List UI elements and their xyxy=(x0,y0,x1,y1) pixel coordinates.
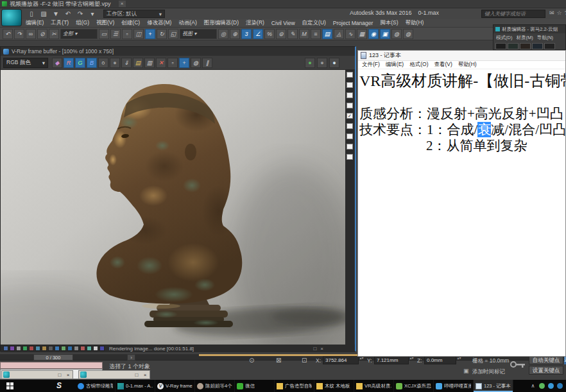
spinner-snap-icon[interactable]: ⊚ xyxy=(276,29,286,39)
copy-to-clipboard-icon[interactable]: ▥ xyxy=(144,58,155,68)
z-coordinate-field[interactable]: 0.0mm xyxy=(424,356,456,364)
checkbox[interactable] xyxy=(347,133,353,139)
redo-scene-icon[interactable]: ↷ xyxy=(14,29,24,39)
maximize-icon[interactable]: □ xyxy=(133,372,140,378)
menu-item[interactable]: 动画(A) xyxy=(178,19,196,27)
material-sample-slot[interactable] xyxy=(532,43,543,49)
use-pivot-center-icon[interactable]: ◎ xyxy=(218,29,228,39)
maxscript-mini-listener-pink[interactable] xyxy=(0,362,103,369)
open-file-icon[interactable]: ▨ xyxy=(39,10,48,17)
taskbar-item-3dsmax[interactable]: 0-1.max - A... xyxy=(116,380,155,392)
menu-item[interactable]: Civil View xyxy=(271,20,295,26)
material-editor-titlebar[interactable]: 材质编辑器 - 斑马2.2-云烟 xyxy=(493,25,565,33)
video-bar-close-button[interactable]: × xyxy=(119,1,126,7)
blue-channel-icon[interactable]: B xyxy=(87,58,97,68)
checkbox[interactable] xyxy=(347,103,353,108)
taskbar-item-live[interactable]: 哔哩哔哩直播... xyxy=(434,380,474,392)
select-and-move-icon[interactable]: + xyxy=(145,29,155,39)
checkbox[interactable] xyxy=(347,144,353,149)
z-spinner[interactable]: ▴▾ xyxy=(457,356,461,364)
load-image-icon[interactable]: ▤ xyxy=(133,58,143,68)
taskbar-item-chat[interactable]: 陈姐姐等4个... xyxy=(195,380,235,392)
communication-center-icon[interactable]: ✉ xyxy=(549,10,554,16)
tray-expand-icon[interactable]: ∧ xyxy=(530,383,536,389)
checkbox[interactable] xyxy=(347,82,353,88)
schematic-view-icon[interactable]: ▦ xyxy=(357,29,367,39)
menu-item[interactable]: 自定义(U) xyxy=(302,19,326,27)
monochrome-icon[interactable]: ● xyxy=(110,58,120,68)
vfb-titlebar[interactable]: V-Ray frame buffer - [100% of 1000 x 750… xyxy=(1,47,355,56)
channel-select-dropdown[interactable]: RGB 颜色 ▾ xyxy=(3,58,48,68)
select-by-name-icon[interactable]: ☰ xyxy=(110,29,121,39)
undo-scene-icon[interactable]: ↶ xyxy=(3,29,13,39)
set-key-button[interactable]: 设置关键点 xyxy=(529,366,563,375)
material-editor-menu-item[interactable]: 材质(M) xyxy=(516,35,533,41)
vfb-status-icon[interactable] xyxy=(99,346,105,351)
x-coordinate-field[interactable]: 3752.864 xyxy=(323,356,359,364)
search-input[interactable]: 键入关键字或短语 xyxy=(481,10,545,18)
select-and-rotate-icon[interactable]: ↻ xyxy=(157,29,167,39)
region-render-icon[interactable]: ◍ xyxy=(191,58,201,68)
rendered-frame-window-icon[interactable]: ▣ xyxy=(380,29,390,39)
menu-item[interactable]: 组(G) xyxy=(76,19,89,27)
material-sample-slot[interactable] xyxy=(495,43,506,49)
taskbar-item-folder-vr[interactable]: VR高级材质... xyxy=(354,380,394,392)
material-sample-slot[interactable] xyxy=(508,43,519,49)
angle-snap-icon[interactable]: ∠ xyxy=(253,29,263,39)
bind-to-spacewarp-icon[interactable]: ✂ xyxy=(49,29,59,39)
tray-blue-icon[interactable] xyxy=(548,383,554,389)
taskbar-item-wechat[interactable]: 微信 xyxy=(235,380,275,392)
vfb-status-icon[interactable] xyxy=(16,346,21,351)
vfb-status-icon[interactable] xyxy=(61,346,66,351)
checkbox[interactable] xyxy=(347,154,353,160)
render-production-icon[interactable]: ◍ xyxy=(391,29,402,39)
material-sample-slot[interactable] xyxy=(544,43,555,49)
qat-options-caret-icon[interactable]: ▾ xyxy=(88,10,97,17)
pause-render-icon[interactable]: ∥ xyxy=(202,58,212,68)
menu-item[interactable]: 工具(T) xyxy=(51,19,69,27)
isolate-selection-icon[interactable]: ⊙ xyxy=(249,357,254,364)
menu-item[interactable]: 图形编辑器(D) xyxy=(204,19,239,27)
taskbar-item-vray[interactable]: V V-Ray frame... xyxy=(155,380,195,392)
vfb-status-icon[interactable] xyxy=(42,346,47,351)
duplicate-to-host-icon[interactable]: ▫ xyxy=(167,58,178,68)
vfb-status-icon[interactable] xyxy=(67,346,73,351)
redo-icon[interactable]: ↷ xyxy=(76,10,85,17)
x-spinner[interactable]: ▴▾ xyxy=(359,356,364,364)
graphite-ribbon-icon[interactable]: ◬ xyxy=(334,29,344,39)
render-iterative-icon[interactable]: ◍ xyxy=(403,29,413,39)
menu-item[interactable]: 修改器(M) xyxy=(147,19,171,27)
notepad-menu-item[interactable]: 查看(V) xyxy=(434,61,452,69)
close-icon[interactable]: × xyxy=(65,372,71,378)
percent-snap-icon[interactable]: % xyxy=(264,29,275,39)
checkbox[interactable]: ✓ xyxy=(347,113,353,119)
vfb-status-icon[interactable] xyxy=(55,346,60,351)
lens-effects-icon[interactable]: ● xyxy=(305,58,315,68)
select-and-scale-icon[interactable]: ◱ xyxy=(168,29,178,39)
vfb-status-icon[interactable] xyxy=(3,346,8,351)
select-object-icon[interactable]: ▭ xyxy=(99,29,109,39)
menu-item[interactable]: Project Manager xyxy=(333,20,373,26)
window-crossing-icon[interactable]: ◫ xyxy=(133,29,144,39)
y-coordinate-field[interactable]: 7.121mm xyxy=(374,356,409,364)
curve-editor-icon[interactable]: ∿ xyxy=(345,29,356,39)
pixel-info-icon[interactable]: ◆ xyxy=(52,58,62,68)
selection-filter-dropdown[interactable]: 全部 ▾ xyxy=(60,29,98,39)
lock-selection-icon[interactable]: ⊠ xyxy=(276,357,281,364)
material-editor-menu-item[interactable]: 导航(N) xyxy=(537,35,553,41)
material-sample-slot[interactable] xyxy=(520,43,531,49)
taskbar-item-folder-wood[interactable]: 木纹 木地板 xyxy=(314,380,354,392)
vfb-status-icon[interactable] xyxy=(35,346,40,351)
render-setup-icon[interactable]: ◉ xyxy=(368,29,379,39)
notepad-text-area[interactable]: VR高级材质讲解-【做旧-古铜带绿雕 质感分析：漫反射+高光反射+凹凸 技术要点… xyxy=(358,69,565,154)
add-time-tag[interactable]: 添加时间标记 xyxy=(472,368,505,376)
vfb-status-icon[interactable] xyxy=(74,346,79,351)
vfb-close-button[interactable]: × xyxy=(320,346,323,352)
rectangular-region-icon[interactable]: ▫ xyxy=(122,29,132,39)
minimized-window-2[interactable]: □ × xyxy=(78,370,150,379)
vfb-status-icon[interactable] xyxy=(48,346,53,351)
vfb-status-icon[interactable] xyxy=(93,346,98,351)
taskbar-item-folder-ads[interactable]: 广告造型自制... xyxy=(275,380,314,392)
edit-named-selection-icon[interactable]: ✎ xyxy=(287,29,298,39)
alpha-channel-icon[interactable]: ○ xyxy=(98,58,108,68)
